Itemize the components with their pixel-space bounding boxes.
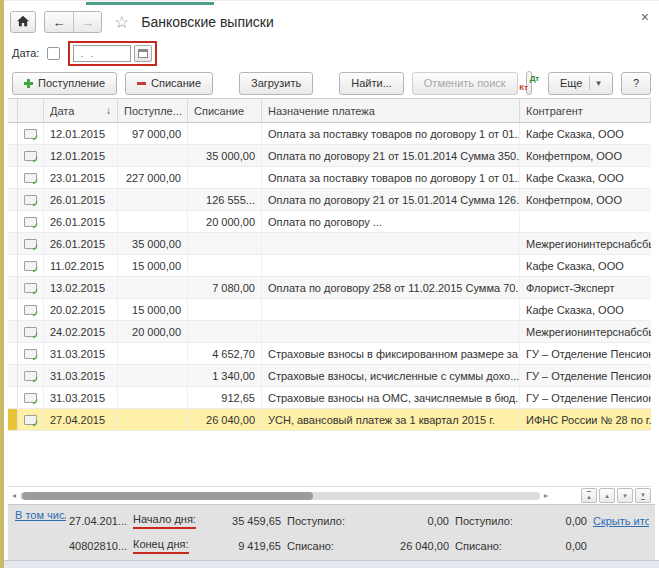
row-date: 12.01.2015: [44, 145, 118, 166]
chevron-down-icon: ▾: [589, 76, 601, 90]
row-outflow: 126 555...: [188, 189, 262, 210]
go-first-button[interactable]: ▴: [581, 488, 597, 503]
page-down-button[interactable]: ▾: [617, 488, 633, 503]
table-row[interactable]: 26.01.2015 126 555... Оплата по договору…: [8, 189, 651, 211]
table-row[interactable]: 31.03.2015 912,65 Страховые взносы на ОМ…: [8, 387, 651, 409]
table-row[interactable]: 11.02.2015 15 000,00 Кафе Сказка, ООО: [8, 255, 651, 277]
header-inflow-label: Поступле...: [124, 105, 182, 117]
load-button[interactable]: Загрузить: [239, 72, 313, 95]
table-row[interactable]: 24.02.2015 20 000,00 Межрегионинтерснабс…: [8, 321, 651, 343]
header-marker-column: [8, 99, 18, 122]
document-posted-icon: [24, 305, 37, 315]
table-row[interactable]: 31.03.2015 4 652,70 Страховые взносы в ф…: [8, 343, 651, 365]
show-postings-button[interactable]: Дт Кт: [526, 71, 532, 95]
row-marker: [8, 299, 18, 320]
close-button[interactable]: ×: [641, 10, 649, 24]
date-filter-checkbox[interactable]: [47, 47, 60, 60]
receipt-button-label: Поступление: [38, 77, 105, 89]
date-input[interactable]: [73, 45, 131, 62]
row-icon-cell: [18, 189, 44, 210]
debit-icon: Дт: [530, 74, 540, 83]
row-contragent: Конфетпром, ООО: [520, 145, 651, 166]
toolbar: Поступление Списание Загрузить Найти... …: [4, 68, 659, 98]
row-outflow: 7 080,00: [188, 277, 262, 298]
table-row[interactable]: 27.04.2015 26 040,00 УСН, авансовый плат…: [8, 409, 651, 431]
table-row[interactable]: 23.01.2015 227 000,00 Оплата за поставку…: [8, 167, 651, 189]
row-inflow: 15 000,00: [118, 255, 188, 276]
header-inflow[interactable]: Поступле...: [118, 99, 188, 122]
table-row[interactable]: 26.01.2015 35 000,00 Межрегионинтерснабс…: [8, 233, 651, 255]
row-marker: [8, 277, 18, 298]
date-picker-button[interactable]: [134, 45, 152, 62]
header-purpose-label: Назначение платежа: [268, 105, 375, 117]
scroll-left-icon[interactable]: ◂: [8, 491, 20, 500]
row-date: 31.03.2015: [44, 387, 118, 408]
page-up-button[interactable]: ▴: [599, 488, 615, 503]
header-contragent[interactable]: Контрагент: [520, 99, 651, 122]
row-purpose: [262, 233, 520, 254]
document-posted-icon: [24, 371, 37, 381]
row-outflow: [188, 321, 262, 342]
row-outflow: 1 340,00: [188, 365, 262, 386]
forward-button[interactable]: →: [73, 12, 101, 32]
table-row[interactable]: 12.01.2015 35 000,00 Оплата по договору …: [8, 145, 651, 167]
row-outflow: [188, 299, 262, 320]
row-purpose: Оплата по договору ...: [262, 211, 520, 232]
row-inflow: [118, 387, 188, 408]
window-border-strip: [0, 0, 4, 568]
page-down-icon: ▾: [623, 492, 627, 500]
back-button[interactable]: ←: [45, 12, 73, 32]
row-inflow: 20 000,00: [118, 321, 188, 342]
header-date[interactable]: Дата ↓: [44, 99, 118, 122]
annotation-day-start-underline: Начало дня:: [133, 513, 196, 529]
row-purpose: Оплата за поставку товаров по договору 1…: [262, 123, 520, 144]
scrollbar-track[interactable]: [20, 492, 540, 500]
row-icon-cell: [18, 255, 44, 276]
footer-day-end-label: Конец дня:: [130, 538, 222, 554]
home-button[interactable]: [10, 11, 36, 33]
scroll-right-icon[interactable]: ▸: [540, 491, 552, 500]
statements-table: Дата ↓ Поступле... Списание Назначение п…: [8, 98, 651, 431]
writeoff-button-label: Списание: [151, 77, 201, 89]
more-button[interactable]: Еще ▾: [548, 72, 613, 95]
row-inflow: [118, 343, 188, 364]
footer-received2-value: 0,00: [512, 515, 590, 527]
footer-written-label: Списано:: [284, 540, 372, 552]
go-last-button[interactable]: ▾: [635, 488, 651, 503]
scrollbar-thumb[interactable]: [22, 492, 313, 500]
cancel-search-button[interactable]: Отменить поиск: [412, 72, 518, 95]
row-contragent: Межрегионинтерснабсбыт: [520, 321, 651, 342]
transfers-link-label: В том числе перемещения: [15, 509, 66, 521]
transfers-link[interactable]: В том числе перемещения: [12, 508, 66, 522]
row-marker: [8, 211, 18, 232]
row-inflow: [118, 277, 188, 298]
table-row[interactable]: 26.01.2015 20 000,00 Оплата по договору …: [8, 211, 651, 233]
hide-totals-link[interactable]: Скрыть итоги: [593, 515, 649, 527]
row-contragent: Межрегионинтерснабсбыт: [520, 233, 651, 254]
find-button[interactable]: Найти...: [339, 72, 404, 95]
header-purpose[interactable]: Назначение платежа: [262, 99, 520, 122]
annotation-date-box: [68, 41, 157, 66]
table-row[interactable]: 13.02.2015 7 080,00 Оплата по договору 2…: [8, 277, 651, 299]
row-date: 31.03.2015: [44, 365, 118, 386]
row-marker: [8, 321, 18, 342]
row-date: 26.01.2015: [44, 189, 118, 210]
header-outflow[interactable]: Списание: [188, 99, 262, 122]
table-row[interactable]: 12.01.2015 97 000,00 Оплата за поставку …: [8, 123, 651, 145]
header-outflow-label: Списание: [194, 105, 244, 117]
table-row[interactable]: 31.03.2015 1 340,00 Страховые взносы, ис…: [8, 365, 651, 387]
help-button[interactable]: ?: [621, 72, 651, 95]
receipt-button[interactable]: Поступление: [12, 72, 117, 95]
writeoff-button[interactable]: Списание: [125, 72, 213, 95]
document-posted-icon: [24, 349, 37, 359]
row-marker: [8, 233, 18, 254]
row-outflow: 20 000,00: [188, 211, 262, 232]
history-nav: ← →: [44, 11, 102, 33]
row-marker: [8, 123, 18, 144]
row-contragent: Флорист-Эксперт: [520, 277, 651, 298]
favorite-star-icon[interactable]: ☆: [114, 14, 129, 31]
active-tab-indicator: [86, 2, 214, 5]
row-icon-cell: [18, 343, 44, 364]
table-row[interactable]: 20.02.2015 15 000,00 Кафе Сказка, ООО: [8, 299, 651, 321]
row-purpose: Оплата по договору 21 от 15.01.2014 Сумм…: [262, 189, 520, 210]
